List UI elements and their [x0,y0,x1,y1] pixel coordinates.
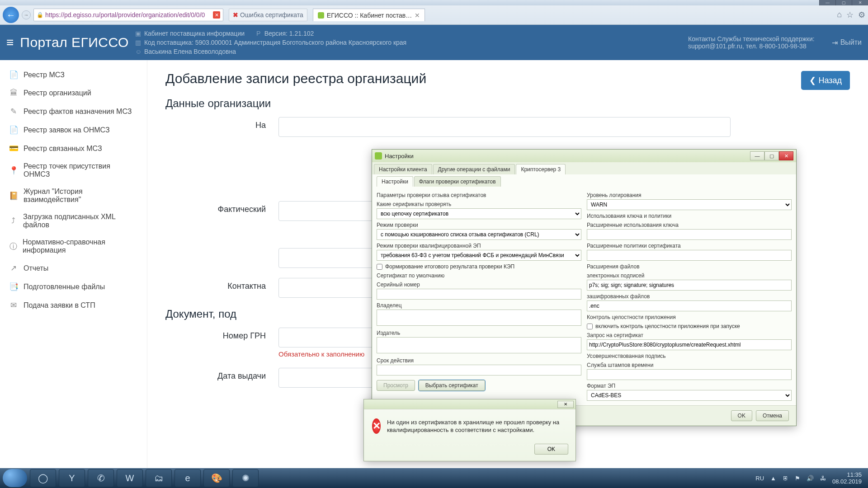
sig-format-select[interactable]: CAdES-BES [587,390,792,401]
cert-chain-select[interactable]: всю цепочку сертификатов [377,208,581,219]
content: Добавление записи реестра организаций ❮ … [147,60,868,468]
settings-cancel-button[interactable]: Отмена [756,410,789,421]
tray-lang[interactable]: RU [755,475,764,482]
task-app-8[interactable]: ✺ [232,469,259,487]
sidebar-icon: 🏛 [9,89,18,98]
task-app-7[interactable]: 🎨 [203,469,230,487]
task-app-2[interactable]: Y [59,469,85,487]
sidebar-item-2[interactable]: ✎Реестр фактов назначения МСЗ [0,102,147,121]
ext-policies-input[interactable] [587,250,792,261]
sidebar-item-8[interactable]: ⓘНормативно-справочная информация [0,234,147,259]
tray-clock[interactable]: 11:35 08.02.2019 [832,471,865,485]
error-message: Ни один из сертификатов в хранилище не п… [387,418,567,434]
settings-app-icon [375,152,382,160]
dlg-min-icon[interactable]: — [750,151,764,160]
tray-flag-icon[interactable]: ⚑ [795,475,800,482]
dlg-max-icon[interactable]: ▢ [764,151,779,160]
integrity-checkbox[interactable] [587,324,593,329]
tray-net-icon[interactable]: 🖧 [820,475,826,482]
qualified-mode-select[interactable]: требования 63-ФЗ с учетом требований ФСБ… [377,250,581,261]
settings-subtab-1[interactable]: Флаги проверки сертификатов [414,176,501,187]
logout-button[interactable]: ⇥ Выйти [832,38,862,47]
cert-request-url-input[interactable] [587,339,792,350]
validity-input[interactable] [377,365,581,375]
sidebar-item-3[interactable]: 📄Реестр заявок на ОНМСЗ [0,121,147,139]
tray-volume-icon[interactable]: 🔊 [807,475,814,482]
page-title: Добавление записи реестра организаций [165,71,850,86]
menu-icon[interactable]: ≡ [6,35,14,50]
section-org-data: Данные организации [165,97,850,110]
logout-icon: ⇥ [832,38,838,47]
view-cert-button[interactable]: Просмотр [377,380,415,391]
task-app-3[interactable]: ✆ [88,469,114,487]
sidebar-item-label: Реестр организаций [24,89,91,97]
select-cert-button[interactable]: Выбрать сертификат [419,380,485,391]
timestamp-service-input[interactable] [587,369,792,380]
sidebar-item-6[interactable]: 📔Журнал "История взаимодействия" [0,183,147,208]
fav-icon[interactable]: ☆ [846,10,854,20]
log-level-select[interactable]: WARN [587,199,792,210]
settings-tab-1[interactable]: Другие операции с файлами [433,164,515,174]
sidebar-item-10[interactable]: 📑Подготовленные файлы [0,277,147,296]
settings-ok-button[interactable]: OK [731,410,752,421]
serial-input[interactable] [377,289,581,300]
settings-tab-2[interactable]: Криптосервер 3 [516,164,566,174]
error-ok-button[interactable]: OK [534,444,568,455]
back-button[interactable]: ← [3,7,19,23]
task-app-4[interactable]: W [117,469,143,487]
sidebar-item-5[interactable]: 📍Реестр точек присутствия ОНМСЗ [0,158,147,183]
sidebar-item-label: Отчеты [24,264,48,272]
sidebar-icon: ↗ [9,263,18,273]
start-button[interactable] [3,469,27,487]
tools-icon[interactable]: ⚙ [858,10,865,20]
sidebar-item-label: Загрузка подписанных XML файлов [23,213,138,229]
ext-key-usage-input[interactable] [587,229,792,240]
kep-result-checkbox[interactable] [377,264,382,270]
task-app-1[interactable]: ◯ [30,469,56,487]
dlg-close-icon[interactable]: ✕ [779,151,793,160]
address-bar[interactable]: 🔒 ✕ [33,9,223,21]
owner-input[interactable] [377,310,581,326]
sidebar-item-1[interactable]: 🏛Реестр организаций [0,84,147,102]
support-info: Контакты Службы технической поддержки: s… [688,35,815,50]
close-icon[interactable]: ✕ [852,0,868,5]
browser-tab[interactable]: ЕГИССО :: Кабинет постав… ✕ [313,9,425,21]
sidebar-item-9[interactable]: ↗Отчеты [0,259,147,277]
lock-icon: 🔒 [37,12,43,18]
url-input[interactable] [45,11,213,19]
sidebar-item-label: Реестр фактов назначения МСЗ [24,108,132,116]
max-icon[interactable]: ▢ [835,0,852,5]
settings-dialog: Настройки — ▢ ✕ Настройки клиентаДругие … [372,149,797,426]
issuer-input[interactable] [377,337,581,353]
sig-ext-input[interactable] [587,280,792,291]
forward-button[interactable]: → [22,10,31,19]
task-app-6[interactable]: e [175,469,201,487]
sidebar-item-label: Реестр МСЗ [24,71,65,79]
tab-title: ЕГИССО :: Кабинет постав… [327,12,412,19]
sidebar-item-label: Реестр точек присутствия ОНМСЗ [24,162,138,178]
cert-error-badge[interactable]: Ошибка сертификата [229,9,307,21]
settings-title: Настройки [385,153,414,160]
check-mode-select[interactable]: с помощью кэшированного списка отзыва се… [377,229,581,240]
enc-ext-input[interactable] [587,300,792,311]
error-close-icon[interactable]: ✕ [557,401,574,408]
favicon-icon [318,12,324,19]
label-addr: Фактический [165,201,278,214]
tray-up-icon[interactable]: ▲ [770,475,776,482]
min-icon[interactable]: — [819,0,835,5]
settings-tab-0[interactable]: Настройки клиента [374,164,432,174]
label-contact: Контактна [165,278,278,291]
home-icon[interactable]: ⌂ [837,10,842,20]
sidebar-item-7[interactable]: ⤴Загрузка подписанных XML файлов [0,208,147,234]
sidebar-item-0[interactable]: 📄Реестр МСЗ [0,66,147,84]
sidebar-item-4[interactable]: 💳Реестр связанных МСЗ [0,139,147,158]
org-name-input[interactable] [278,117,731,137]
stop-icon[interactable]: ✕ [213,11,220,19]
task-app-5[interactable]: 🗂 [146,469,172,487]
back-page-button[interactable]: ❮ Назад [801,71,850,90]
tab-close-icon[interactable]: ✕ [415,12,420,19]
taskbar: ◯ Y ✆ W 🗂 e 🎨 ✺ RU ▲ ⛨ ⚑ 🔊 🖧 11:35 08.02… [0,468,868,488]
settings-subtab-0[interactable]: Настройки [377,176,413,187]
sidebar-item-11[interactable]: ✉Подача заявки в СТП [0,296,147,314]
tray-shield-icon[interactable]: ⛨ [783,475,788,482]
